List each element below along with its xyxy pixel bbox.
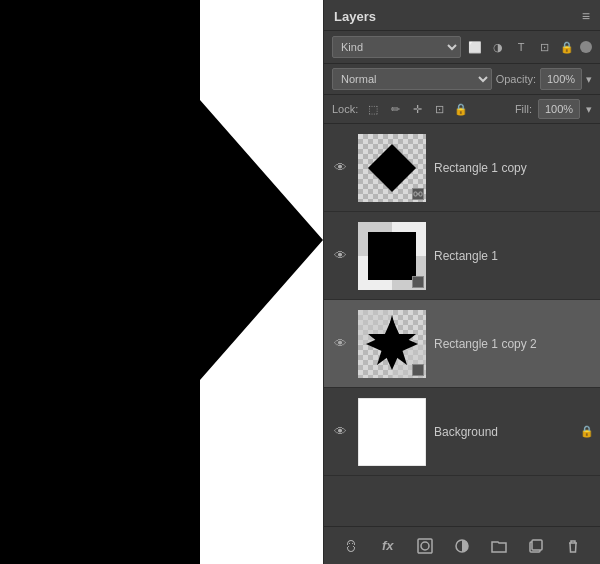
new-layer-button[interactable] <box>524 534 548 558</box>
new-group-button[interactable] <box>487 534 511 558</box>
layer-name: Rectangle 1 <box>434 249 594 263</box>
layer-item[interactable]: 👁 Rectangle 1 copy <box>324 124 600 212</box>
fill-dropdown-icon[interactable]: ▾ <box>586 103 592 116</box>
svg-rect-24 <box>532 540 542 550</box>
layer-item[interactable]: 👁 Rectangle 1 <box>324 212 600 300</box>
svg-rect-20 <box>418 539 432 553</box>
canvas-area <box>0 0 323 564</box>
filter-adjustment-icon[interactable]: ◑ <box>488 37 508 57</box>
filter-image-icon[interactable]: ⬜ <box>465 37 485 57</box>
layer-link-badge <box>412 188 424 200</box>
link-layers-button[interactable] <box>339 534 363 558</box>
svg-rect-5 <box>414 192 417 196</box>
filter-dot-icon[interactable] <box>580 41 592 53</box>
fill-input[interactable] <box>538 99 580 119</box>
delete-layer-button[interactable] <box>561 534 585 558</box>
layer-locked-icon: 🔒 <box>580 425 594 439</box>
lock-icons: ⬚ ✏ ✛ ⊡ 🔒 <box>364 100 509 118</box>
layer-name: Rectangle 1 copy <box>434 161 594 175</box>
filter-kind-select[interactable]: Kind <box>332 36 461 58</box>
panel-header: Layers ≡ <box>324 0 600 31</box>
layer-thumbnail <box>358 398 426 466</box>
opacity-input[interactable] <box>540 68 582 90</box>
layers-list: 👁 Rectangle 1 copy 👁 <box>324 124 600 526</box>
layer-name: Rectangle 1 copy 2 <box>434 337 594 351</box>
bottom-toolbar: fx <box>324 526 600 564</box>
filter-lock-icon[interactable]: 🔒 <box>557 37 577 57</box>
layer-name: Background <box>434 425 580 439</box>
filter-row: Kind ⬜ ◑ T ⊡ 🔒 <box>324 31 600 64</box>
panel-title: Layers <box>334 9 376 24</box>
lock-position-icon[interactable]: ✛ <box>408 100 426 118</box>
lock-row: Lock: ⬚ ✏ ✛ ⊡ 🔒 Fill: ▾ <box>324 95 600 124</box>
svg-rect-6 <box>419 192 422 196</box>
layer-visibility-toggle[interactable]: 👁 <box>330 246 350 266</box>
layer-thumbnail <box>358 222 426 290</box>
layer-visibility-toggle[interactable]: 👁 <box>330 422 350 442</box>
layer-link-badge <box>412 364 424 376</box>
new-fill-button[interactable] <box>450 534 474 558</box>
add-mask-button[interactable] <box>413 534 437 558</box>
layers-panel: Layers ≡ Kind ⬜ ◑ T ⊡ 🔒 Normal Dissolve … <box>323 0 600 564</box>
layer-thumbnail <box>358 134 426 202</box>
layer-visibility-toggle[interactable]: 👁 <box>330 334 350 354</box>
blend-row: Normal Dissolve Multiply Screen Overlay … <box>324 64 600 95</box>
lock-all-icon[interactable]: 🔒 <box>452 100 470 118</box>
blend-mode-select[interactable]: Normal Dissolve Multiply Screen Overlay <box>332 68 492 90</box>
svg-point-21 <box>421 542 429 550</box>
opacity-dropdown-icon[interactable]: ▾ <box>586 73 592 86</box>
svg-rect-18 <box>358 398 426 466</box>
lock-artboard-icon[interactable]: ⊡ <box>430 100 448 118</box>
lock-image-icon[interactable]: ✏ <box>386 100 404 118</box>
svg-rect-12 <box>368 232 416 280</box>
filter-type-icon[interactable]: T <box>511 37 531 57</box>
layer-item[interactable]: 👁 Background 🔒 <box>324 388 600 476</box>
add-style-button[interactable]: fx <box>376 534 400 558</box>
layer-thumbnail <box>358 310 426 378</box>
panel-menu-icon[interactable]: ≡ <box>582 8 590 24</box>
opacity-label: Opacity: <box>496 73 536 85</box>
layer-item[interactable]: 👁 Rectangle 1 copy 2 <box>324 300 600 388</box>
lock-pixels-icon[interactable]: ⬚ <box>364 100 382 118</box>
layer-visibility-toggle[interactable]: 👁 <box>330 158 350 178</box>
layer-link-badge <box>412 276 424 288</box>
lock-label: Lock: <box>332 103 358 115</box>
filter-icons: ⬜ ◑ T ⊡ 🔒 <box>465 37 592 57</box>
filter-smart-icon[interactable]: ⊡ <box>534 37 554 57</box>
fill-label: Fill: <box>515 103 532 115</box>
